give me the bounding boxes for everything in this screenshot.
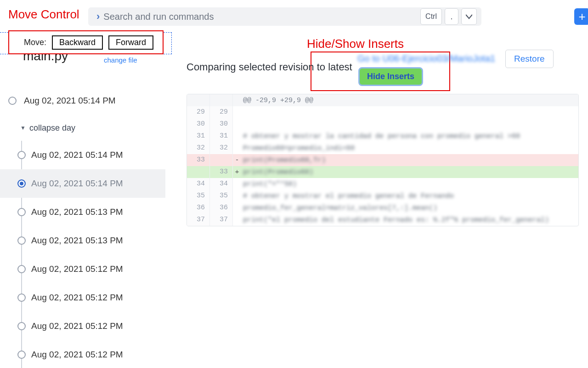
revision-label: Aug 02, 2021 05:13 PM: [31, 207, 123, 217]
revision-dot-icon: [8, 97, 17, 105]
plus-icon: +: [578, 10, 585, 24]
diff-line-removed: 33-print(Promedio60,Tr): [187, 154, 578, 166]
revision-timeline: Aug 02, 2021 05:14 PM ▼ collapse day Aug…: [0, 86, 165, 368]
annotation-move-control: Move Control: [8, 7, 79, 22]
goto-link[interactable]: Go to U06-Ejercicio03/MarioJota1: [357, 53, 495, 64]
shortcut-dot: .: [445, 8, 458, 25]
add-button[interactable]: +: [574, 8, 588, 25]
revision-item[interactable]: Aug 02, 2021 05:14 PM: [0, 141, 165, 169]
move-label: Move:: [24, 38, 46, 47]
diff-line: 3636promedio_fer_general=matriz_valores[…: [187, 202, 578, 214]
diff-panel: @@ -29,9 +29,9 @@ 292930303131# obtener …: [187, 94, 579, 226]
diff-line: 3232Promedio60=promedio_indi<60: [187, 142, 578, 154]
diff-line: 3737print("el promedio del estudiante Fe…: [187, 214, 578, 226]
revision-item[interactable]: Aug 02, 2021 05:12 PM: [0, 255, 165, 283]
revision-label: Aug 02, 2021 05:12 PM: [31, 264, 123, 274]
revision-item[interactable]: Aug 02, 2021 05:13 PM: [0, 198, 165, 226]
shortcut-dropdown[interactable]: [461, 8, 477, 25]
command-search-bar[interactable]: › Search and run commands Ctrl .: [88, 7, 481, 26]
restore-button[interactable]: Restore: [505, 50, 554, 68]
chevron-right-icon: ›: [96, 11, 100, 23]
revision-label: Aug 02, 2021 05:12 PM: [31, 293, 123, 303]
revision-label: Aug 02, 2021 05:12 PM: [31, 321, 123, 331]
revision-label: Aug 02, 2021 05:12 PM: [31, 350, 123, 360]
annotation-hide-show-inserts: Hide/Show Inserts: [307, 37, 404, 51]
revision-item[interactable]: Aug 02, 2021 05:14 PM: [0, 169, 165, 198]
revision-label: Aug 02, 2021 05:14 PM: [31, 178, 123, 189]
revision-item[interactable]: Aug 02, 2021 05:12 PM: [0, 283, 165, 312]
hide-inserts-button[interactable]: Hide Inserts: [358, 67, 423, 86]
triangle-down-icon: ▼: [20, 125, 26, 131]
diff-line: 3434print("="*50): [187, 178, 578, 190]
diff-line-added: 33+print(Promedio60): [187, 166, 578, 178]
revision-dot-icon: [17, 351, 26, 359]
revision-item[interactable]: Aug 02, 2021 05:12 PM: [0, 340, 165, 368]
revision-dot-icon: [17, 265, 26, 273]
compare-heading: Comparing selected revision to latest: [187, 61, 352, 73]
diff-line: 3131# obtener y mostrar la cantidad de p…: [187, 130, 578, 142]
revision-dot-icon: [17, 208, 26, 216]
revision-label: Aug 02, 2021 05:13 PM: [31, 236, 123, 246]
revision-dot-icon: [17, 236, 26, 245]
diff-hunk-header: @@ -29,9 +29,9 @@: [187, 94, 578, 106]
revision-top[interactable]: Aug 02, 2021 05:14 PM: [0, 86, 165, 115]
collapse-day[interactable]: ▼ collapse day: [0, 115, 165, 141]
revision-label: Aug 02, 2021 05:14 PM: [24, 96, 116, 106]
diff-line: 3030: [187, 118, 578, 130]
revision-item[interactable]: Aug 02, 2021 05:12 PM: [0, 312, 165, 340]
revision-label: Aug 02, 2021 05:14 PM: [31, 150, 123, 160]
revision-dot-icon: [17, 179, 26, 188]
collapse-label: collapse day: [29, 123, 75, 133]
move-control: Move: Backward Forward: [8, 30, 164, 54]
revision-dot-icon: [17, 151, 26, 159]
change-file-link[interactable]: change file: [104, 56, 137, 64]
shortcut-group: Ctrl .: [420, 8, 477, 25]
search-placeholder: Search and run commands: [103, 12, 214, 22]
diff-line: 2929: [187, 106, 578, 118]
forward-button[interactable]: Forward: [108, 35, 153, 50]
shortcut-ctrl: Ctrl: [420, 8, 442, 25]
revision-dot-icon: [17, 293, 26, 302]
backward-button[interactable]: Backward: [52, 35, 103, 50]
revision-item[interactable]: Aug 02, 2021 05:13 PM: [0, 226, 165, 255]
diff-line: 3535# obtener y mostrar el promedio gene…: [187, 190, 578, 202]
revision-dot-icon: [17, 322, 26, 330]
